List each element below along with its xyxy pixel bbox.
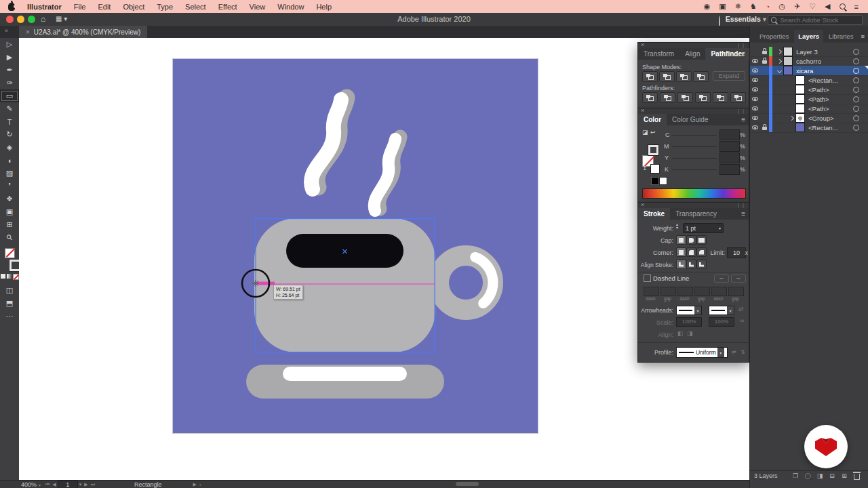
corner-bevel-button[interactable] bbox=[696, 247, 707, 257]
color-mode-button[interactable] bbox=[1, 274, 5, 279]
weight-stepper[interactable]: ▴▾ bbox=[676, 223, 678, 230]
last-artboard-icon[interactable]: ⏭ bbox=[90, 482, 96, 487]
layer-thumbnail[interactable] bbox=[783, 47, 793, 56]
pattern-swatch-icon[interactable]: ◪ bbox=[642, 129, 648, 136]
lock-toggle[interactable] bbox=[760, 49, 769, 54]
scale-end-input[interactable]: 100% bbox=[709, 317, 734, 327]
menu-item-effect[interactable]: Effect bbox=[218, 3, 237, 11]
layer-name[interactable]: Layer 3 bbox=[796, 48, 818, 56]
scale-start-input[interactable]: 100% bbox=[676, 317, 702, 327]
fill-swatch-none[interactable] bbox=[5, 248, 15, 258]
eraser-tool[interactable]: ◈ bbox=[0, 141, 19, 154]
first-artboard-icon[interactable]: ⏮ bbox=[44, 482, 51, 487]
channel-k-value[interactable] bbox=[719, 164, 740, 175]
panel-menu-icon[interactable]: ≡ bbox=[741, 116, 745, 123]
layer-thumbnail[interactable] bbox=[795, 113, 805, 123]
lock-toggle[interactable] bbox=[760, 125, 769, 130]
swap-fill-stroke-icon[interactable]: ↩ bbox=[650, 129, 656, 136]
menu-item-edit[interactable]: Edit bbox=[98, 3, 111, 11]
dash-preset-2-button[interactable]: ╍ bbox=[731, 274, 746, 283]
shape-mode-unite-button[interactable] bbox=[642, 71, 658, 82]
layer-row-xicara[interactable]: xicara bbox=[750, 66, 868, 76]
layer-name[interactable]: xicara bbox=[796, 67, 813, 75]
zoom-tool[interactable]: ⚲ bbox=[0, 231, 19, 244]
apple-menu-icon[interactable] bbox=[8, 3, 15, 11]
layer-thumbnail[interactable] bbox=[795, 85, 805, 94]
layer-row-group[interactable]: <Group> bbox=[750, 113, 868, 123]
tab-color-guide[interactable]: Color Guide bbox=[667, 114, 713, 125]
arrowhead-start-select[interactable]: ▾ bbox=[676, 306, 702, 315]
tab-libraries[interactable]: Libraries bbox=[825, 30, 857, 43]
close-panel-icon[interactable]: × bbox=[641, 107, 644, 114]
layer-thumbnail[interactable] bbox=[783, 56, 793, 66]
white-swatch-2[interactable] bbox=[659, 177, 667, 185]
document-tab[interactable]: × U2A3.ai* @ 400% (CMYK/Preview) bbox=[19, 26, 147, 38]
make-clipping-mask-icon[interactable]: ◨ bbox=[814, 472, 826, 479]
channel-m-slider[interactable] bbox=[672, 146, 717, 147]
layer-name[interactable]: <Group> bbox=[808, 115, 834, 122]
layer-row-rectangle-bg[interactable]: <Rectan... bbox=[750, 123, 868, 133]
corner-round-button[interactable] bbox=[686, 247, 696, 257]
panel-menu-icon[interactable]: ≡ bbox=[741, 210, 745, 218]
dash-preset-1-button[interactable]: ╍ bbox=[714, 274, 729, 283]
edit-toolbar-button[interactable]: ⋯ bbox=[0, 310, 19, 323]
shape-mode-minus-front-button[interactable] bbox=[659, 71, 675, 82]
prev-artboard-icon[interactable]: ◀ bbox=[51, 482, 57, 487]
delete-layer-icon[interactable] bbox=[850, 472, 863, 480]
layer-thumbnail[interactable] bbox=[783, 66, 793, 75]
menu-item-view[interactable]: View bbox=[250, 3, 266, 11]
dashed-line-checkbox[interactable] bbox=[644, 274, 651, 282]
selection-tool[interactable]: ▷ bbox=[0, 38, 19, 51]
flip-along-icon[interactable]: ⇄ bbox=[732, 349, 736, 355]
shape-builder-tool[interactable]: ▣ bbox=[0, 205, 19, 218]
close-document-icon[interactable]: × bbox=[26, 28, 30, 36]
layer-row-cachorro[interactable]: cachorro bbox=[750, 56, 868, 66]
panel-menu-icon[interactable]: ≡ bbox=[861, 33, 865, 40]
layer-name[interactable]: <Path> bbox=[808, 96, 829, 103]
status-expand-icon[interactable]: ▶ bbox=[192, 482, 198, 487]
visibility-toggle[interactable] bbox=[750, 59, 760, 63]
align-arrowhead-end-icon[interactable]: ◨ bbox=[687, 330, 693, 337]
menu-item-select[interactable]: Select bbox=[185, 3, 206, 11]
link-scale-icon[interactable]: ∞ bbox=[740, 317, 744, 324]
channel-m-value[interactable] bbox=[719, 141, 740, 152]
new-sublayer-icon[interactable]: ⊟ bbox=[826, 472, 838, 479]
pathfinder-minus-back-button[interactable] bbox=[730, 92, 746, 103]
shape-mode-intersect-button[interactable] bbox=[676, 71, 692, 82]
coffee-opening[interactable] bbox=[286, 234, 403, 268]
flip-across-icon[interactable]: ⇅ bbox=[741, 349, 745, 355]
layer-thumbnail[interactable] bbox=[795, 123, 805, 132]
dash-input-2[interactable] bbox=[677, 287, 693, 296]
blend-tool[interactable]: ❖ bbox=[0, 192, 19, 205]
gap-input-3[interactable] bbox=[728, 287, 744, 296]
dash-input-3[interactable] bbox=[711, 287, 727, 296]
weight-select[interactable]: 1 pt▾ bbox=[683, 223, 724, 233]
list-icon[interactable]: ≡ bbox=[854, 3, 859, 11]
corner-miter-button[interactable] bbox=[676, 247, 686, 257]
artboard-select-icon[interactable]: ▾ bbox=[78, 482, 83, 487]
volume-icon[interactable]: ◀ bbox=[825, 2, 830, 11]
heart-icon[interactable]: ♡ bbox=[809, 2, 816, 11]
expand-chevron-icon[interactable] bbox=[787, 117, 795, 120]
tab-layers[interactable]: Layers bbox=[794, 30, 823, 43]
pathfinder-outline-button[interactable] bbox=[713, 92, 728, 103]
pen-tool[interactable]: ✒ bbox=[0, 64, 19, 77]
align-arrowhead-tip-icon[interactable]: ◧ bbox=[677, 330, 684, 337]
gauge-icon[interactable]: ◔ bbox=[766, 3, 770, 11]
panel-menu-icon[interactable]: ≡ bbox=[741, 50, 745, 58]
pathfinder-crop-button[interactable] bbox=[695, 92, 711, 103]
app-grid-icon[interactable]: ▣ bbox=[719, 2, 726, 11]
visibility-toggle[interactable] bbox=[750, 87, 760, 92]
channel-y-slider[interactable] bbox=[672, 158, 717, 159]
artboard[interactable] bbox=[173, 59, 538, 433]
layer-target-circle[interactable] bbox=[853, 68, 859, 74]
tab-properties[interactable]: Properties bbox=[755, 30, 793, 43]
profile-select[interactable]: Uniform ▾ bbox=[676, 347, 728, 358]
gradient-mode-button[interactable] bbox=[7, 274, 12, 279]
layer-target-circle[interactable] bbox=[853, 115, 859, 121]
channel-y-value[interactable] bbox=[719, 152, 740, 163]
pathfinder-divide-button[interactable] bbox=[642, 92, 658, 103]
menu-item-window[interactable]: Window bbox=[277, 3, 304, 11]
layer-name[interactable]: <Path> bbox=[808, 105, 829, 113]
layer-row-path[interactable]: <Path> bbox=[750, 94, 868, 104]
